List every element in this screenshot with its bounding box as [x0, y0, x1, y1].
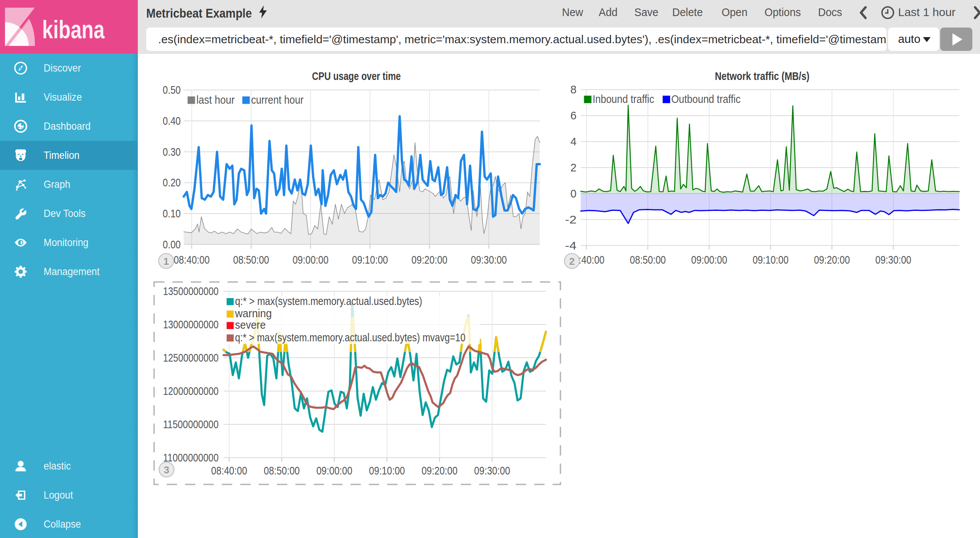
svg-text:09:00:00: 09:00:00: [691, 253, 727, 266]
svg-text:09:10:00: 09:10:00: [352, 253, 388, 266]
svg-text:12000000000: 12000000000: [163, 385, 219, 397]
svg-text:09:20:00: 09:20:00: [412, 253, 448, 266]
svg-text:severe: severe: [235, 319, 266, 331]
svg-text:09:00:00: 09:00:00: [292, 253, 328, 266]
svg-text:last hour: last hour: [196, 94, 235, 106]
svg-text:Inbound traffic: Inbound traffic: [593, 93, 654, 105]
svg-text:09:20:00: 09:20:00: [814, 253, 850, 266]
svg-text:11500000000: 11500000000: [163, 418, 219, 430]
svg-text:-4: -4: [565, 239, 577, 252]
svg-text:3: 3: [164, 464, 169, 476]
svg-text:0.00: 0.00: [163, 238, 181, 251]
svg-text:Outbound traffic: Outbound traffic: [671, 93, 741, 105]
svg-text:q:* > max(system.memory.actual: q:* > max(system.memory.actual.used.byte…: [235, 331, 466, 344]
svg-text:08:50:00: 08:50:00: [630, 253, 666, 266]
svg-text:09:30:00: 09:30:00: [875, 253, 911, 266]
svg-text:09:10:00: 09:10:00: [369, 464, 405, 477]
svg-text:08:50:00: 08:50:00: [233, 253, 269, 266]
svg-text:0: 0: [570, 187, 577, 200]
svg-text:11000000000: 11000000000: [163, 451, 219, 464]
svg-text:Network traffic (MB/s): Network traffic (MB/s): [715, 70, 810, 82]
svg-text:13500000000: 13500000000: [163, 285, 219, 297]
svg-text:13000000000: 13000000000: [163, 318, 219, 331]
svg-text:08:40:00: 08:40:00: [174, 253, 210, 266]
svg-text:8: 8: [570, 83, 577, 96]
svg-text:0.10: 0.10: [163, 207, 181, 220]
svg-text:2: 2: [569, 256, 575, 267]
svg-text:2: 2: [570, 161, 577, 174]
svg-text:CPU usage over time: CPU usage over time: [312, 70, 401, 82]
svg-text:q:* > max(system.memory.actual: q:* > max(system.memory.actual.used.byte…: [235, 295, 422, 307]
svg-text:08:40:00: 08:40:00: [211, 464, 247, 477]
svg-text:09:30:00: 09:30:00: [471, 253, 507, 266]
svg-text:12500000000: 12500000000: [163, 351, 219, 364]
svg-text:09:30:00: 09:30:00: [474, 464, 510, 477]
svg-text:08:50:00: 08:50:00: [264, 464, 300, 477]
svg-text:0.50: 0.50: [163, 83, 181, 96]
svg-text:0.30: 0.30: [163, 145, 181, 158]
svg-text:1: 1: [163, 256, 169, 267]
svg-text:09:10:00: 09:10:00: [753, 253, 789, 266]
svg-text:4: 4: [570, 135, 577, 148]
svg-text:current hour: current hour: [251, 94, 304, 106]
svg-text:09:20:00: 09:20:00: [421, 464, 457, 477]
svg-text:6: 6: [570, 109, 577, 122]
svg-text:-2: -2: [565, 213, 577, 226]
svg-text:09:00:00: 09:00:00: [316, 464, 352, 477]
svg-text:0.20: 0.20: [163, 176, 181, 189]
svg-text:0.40: 0.40: [163, 114, 181, 127]
svg-text:warning: warning: [235, 307, 272, 320]
